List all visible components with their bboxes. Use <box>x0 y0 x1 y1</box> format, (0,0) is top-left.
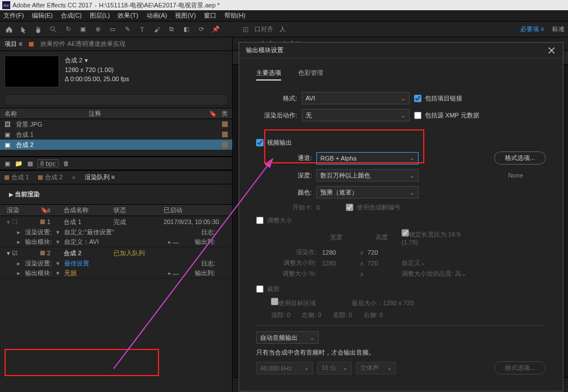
project-columns: 名称 注释 🔖 类 <box>0 108 232 119</box>
rotate-tool-icon[interactable]: ↻ <box>62 24 74 35</box>
close-icon[interactable] <box>547 46 556 55</box>
include-xmp-checkbox[interactable]: 包括源 XMP 元数据 <box>414 111 479 120</box>
workspace-standard[interactable]: 标准 <box>552 25 565 33</box>
menu-window[interactable]: 窗口 <box>204 11 216 20</box>
comp-icon: ▣ <box>5 141 12 148</box>
app-title: Adobe After Effects CC 2017 <box>12 2 92 9</box>
menubar: 文件(F) 编辑(E) 合成(C) 图层(L) 效果(T) 动画(A) 视图(V… <box>0 10 568 22</box>
close-tab-icon[interactable]: × <box>72 174 75 181</box>
codec-none: None <box>508 172 523 179</box>
puppet-tool-icon[interactable]: 📌 <box>210 24 222 35</box>
timeline-panel: 合成 1 合成 2 × 渲染队列 ≡ 当前渲染 渲染 🔖 # 合成名称 状态 已… <box>0 170 232 392</box>
dialog-title: 输出模块设置 <box>246 46 283 54</box>
audio-depth-select: 16 位⌄ <box>318 362 352 374</box>
output-module-settings-dialog: 输出模块设置 主要选项 色彩管理 格式: AVI⌄ 包括项目链接 渲染后动作: … <box>239 42 563 391</box>
comp-thumbnail[interactable] <box>5 56 59 87</box>
snap-opt-icon[interactable]: 人 <box>277 24 288 35</box>
menu-file[interactable]: 文件(F) <box>3 11 24 20</box>
image-icon: 🖼 <box>5 121 12 128</box>
label-swatch[interactable] <box>222 142 228 147</box>
text-tool-icon[interactable]: T <box>136 24 148 35</box>
project-panel-tabs: 项目 ≡ 效果控件 AE透明通道效果实现 <box>0 37 232 51</box>
video-output-checkbox[interactable]: 视频输出 <box>256 138 546 147</box>
dropdown-icon[interactable]: ▾ <box>85 56 88 65</box>
roto-tool-icon[interactable]: ⟳ <box>195 24 207 35</box>
tab-color-management[interactable]: 色彩管理 <box>298 69 323 81</box>
eraser-tool-icon[interactable]: ◧ <box>181 24 192 35</box>
render-queue-item: ▾ ☑ 2 合成 2 已加入队列 ▸渲染设置:▾最佳设置日志: ▸输出模块:▾无… <box>0 247 232 279</box>
audio-hint: 只有当合成中含有音频时，才会输出音频。 <box>256 348 546 357</box>
zoom-tool-icon[interactable] <box>48 24 59 35</box>
project-item[interactable]: 🖼 背景.JPG <box>0 119 232 129</box>
include-link-checkbox[interactable]: 包括项目链接 <box>414 94 462 103</box>
audio-output-select[interactable]: 自动音频输出⌄ <box>256 331 319 344</box>
interpret-icon[interactable]: ▣ <box>5 160 10 167</box>
workspace-essential[interactable]: 必要项 ≡ <box>520 25 544 33</box>
menu-edit[interactable]: 编辑(E) <box>32 11 53 20</box>
rect-tool-icon[interactable]: ▭ <box>107 24 118 35</box>
snap-icon[interactable]: ◫ <box>240 24 251 35</box>
audio-format-options-button: 格式选项... <box>494 361 546 374</box>
current-render-heading: 当前渲染 <box>0 184 232 205</box>
timeline-tab-c2[interactable]: 合成 2 <box>38 173 62 182</box>
comp-name-label: 合成 2 <box>65 56 82 65</box>
depth-select[interactable]: 数百万种以上颜色⌄ <box>316 169 419 182</box>
menu-effect[interactable]: 效果(T) <box>118 11 138 20</box>
tab-indicator-icon <box>29 42 34 47</box>
resize-preset-select: 自定义⌄ <box>402 259 470 267</box>
format-select[interactable]: AVI⌄ <box>302 92 410 104</box>
project-item[interactable]: ▣ 合成 1 <box>0 129 232 140</box>
col-type[interactable]: 类 <box>222 109 228 118</box>
menu-animation[interactable]: 动画(A) <box>147 11 168 20</box>
brush-tool-icon[interactable]: 🖌 <box>151 24 162 35</box>
trash-icon[interactable]: 🗑 <box>63 160 69 167</box>
label-swatch[interactable] <box>222 132 228 137</box>
resize-checkbox[interactable]: 调整大小 <box>256 216 546 225</box>
comp-duration: Δ 0:00:05:00, 25.00 fps <box>65 74 129 84</box>
label-swatch[interactable] <box>222 121 228 127</box>
new-comp-icon[interactable]: ▦ <box>27 160 33 167</box>
selection-tool-icon[interactable] <box>18 24 30 35</box>
audio-rate-select: 48.000 kHz⌄ <box>256 362 313 374</box>
use-comp-frame-checkbox: 使用合成帧编号 <box>346 203 400 212</box>
render-queue-item: ▾ ☐ 1 合成 1 完成 2017/8/23, 10:05:30 ▸渲染设置:… <box>0 216 232 247</box>
render-queue-header: 渲染 🔖 # 合成名称 状态 已启动 <box>0 205 232 216</box>
effect-controls-tab[interactable]: 效果控件 AE透明通道效果实现 <box>40 40 126 48</box>
project-item-selected[interactable]: ▣ 合成 2 <box>0 140 232 150</box>
render-queue-tab[interactable]: 渲染队列 ≡ <box>85 173 115 182</box>
anchor-tool-icon[interactable]: ⊕ <box>92 24 103 35</box>
menu-help[interactable]: 帮助(H) <box>224 11 245 20</box>
tab-main-options[interactable]: 主要选项 <box>256 69 281 81</box>
crop-checkbox[interactable]: 裁剪 <box>256 285 546 293</box>
menu-layer[interactable]: 图层(L) <box>90 11 110 20</box>
col-name[interactable]: 名称 <box>5 109 84 118</box>
timeline-tab-c1[interactable]: 合成 1 <box>5 173 29 182</box>
bit-depth[interactable]: 8 bpc <box>37 159 59 167</box>
output-module-link[interactable]: 无损 <box>64 269 77 277</box>
file-path: H:\151118-电视\AE\AE2017-电视背景.aep * <box>99 1 220 10</box>
stamp-tool-icon[interactable]: ⧉ <box>166 24 177 35</box>
format-options-button[interactable]: 格式选项... <box>494 151 546 165</box>
project-tab[interactable]: 项目 ≡ <box>5 40 22 48</box>
color-select[interactable]: 预乘（遮罩）⌄ <box>316 186 419 199</box>
comp-icon: ▣ <box>5 131 12 138</box>
project-search-input[interactable] <box>5 94 228 106</box>
render-settings-link[interactable]: 最佳设置 <box>64 259 89 268</box>
project-panel: 合成 2▾ 1280 x 720 (1.00) Δ 0:00:05:00, 25… <box>0 51 232 157</box>
pen-tool-icon[interactable]: ✎ <box>122 24 133 35</box>
window-titlebar: Ae Adobe After Effects CC 2017 - H:\1511… <box>0 0 568 10</box>
menu-composition[interactable]: 合成(C) <box>61 11 82 20</box>
camera-tool-icon[interactable]: ▣ <box>77 24 89 35</box>
audio-channels-select: 立体声⌄ <box>356 362 396 374</box>
menu-view[interactable]: 视图(V) <box>175 11 196 20</box>
folder-icon[interactable]: 📁 <box>15 160 23 167</box>
col-note[interactable]: 注释 <box>89 109 145 118</box>
app-icon: Ae <box>2 1 10 9</box>
snap-label: 口对齐 <box>254 25 273 33</box>
comp-resolution: 1280 x 720 (1.00) <box>65 65 129 75</box>
toolbar: ↻ ▣ ⊕ ▭ ✎ T 🖌 ⧉ ◧ ⟳ 📌 ◫ 口对齐 人 必要项 ≡ 标准 <box>0 22 568 37</box>
post-render-select[interactable]: 无⌄ <box>302 109 410 121</box>
channels-select[interactable]: RGB + Alpha⌄ <box>316 152 419 165</box>
hand-tool-icon[interactable] <box>33 24 44 35</box>
home-icon[interactable] <box>3 24 15 35</box>
